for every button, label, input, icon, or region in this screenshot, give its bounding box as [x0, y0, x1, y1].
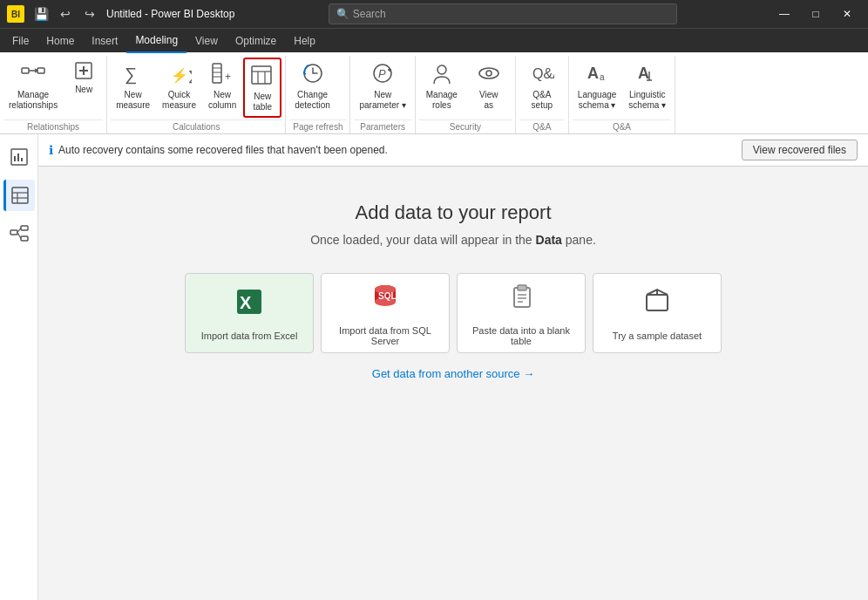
canvas-subtitle-bold: Data — [536, 233, 562, 247]
maximize-button[interactable]: □ — [802, 0, 830, 28]
canvas: Add data to your report Once loaded, you… — [38, 167, 868, 600]
menu-home[interactable]: Home — [37, 29, 83, 53]
app-icon: BI — [7, 5, 24, 23]
sample-card-label: Try a sample dataset — [613, 331, 702, 341]
search-box[interactable]: 🔍 — [329, 3, 677, 24]
info-icon: ℹ — [49, 143, 53, 157]
qa-group-label: Q&A — [519, 119, 565, 133]
canvas-subtitle-end: pane. — [566, 233, 596, 247]
language-schema-icon: A a — [585, 61, 609, 88]
new-icon — [74, 61, 93, 83]
svg-text:X: X — [240, 293, 252, 312]
window-controls: — □ ✕ — [770, 0, 861, 28]
content-area: ℹ Auto recovery contains some recovered … — [38, 134, 868, 600]
manage-roles-button[interactable]: Manageroles — [419, 58, 465, 114]
menu-help[interactable]: Help — [285, 29, 324, 53]
language-schema-label: Languageschema ▾ — [578, 90, 617, 111]
qa-setup-label: Q&Asetup — [532, 90, 553, 111]
sql-icon: SQL — [370, 281, 401, 318]
ribbon-group-page-refresh-items: Changedetection — [289, 56, 346, 119]
quick-measure-icon: ⚡∑ — [167, 61, 192, 88]
import-excel-card[interactable]: X Import data from Excel — [185, 273, 314, 353]
main-area: ℹ Auto recovery contains some recovered … — [0, 134, 868, 600]
svg-text:A: A — [587, 65, 599, 82]
ribbon-group-parameters-items: P Newparameter ▾ — [354, 56, 410, 119]
search-input[interactable] — [353, 8, 669, 20]
relationships-group-label: Relationships — [3, 119, 103, 133]
manage-relationships-icon — [21, 61, 45, 88]
linguistic-schema-label: Linguisticschema ▾ — [628, 90, 666, 111]
paste-card-label: Paste data into a blank table — [466, 325, 576, 346]
ribbon-group-calculations-items: ∑ Newmeasure ⚡∑ Quickmeasure — [111, 56, 281, 119]
svg-rect-1 — [37, 68, 44, 73]
change-detection-button[interactable]: Changedetection — [289, 58, 336, 114]
paste-data-card[interactable]: Paste data into a blank table — [457, 273, 586, 353]
page-refresh-group-label: Page refresh — [289, 119, 346, 133]
svg-text:SQL: SQL — [378, 291, 397, 301]
new-parameter-label: Newparameter ▾ — [359, 90, 405, 111]
menu-optimize[interactable]: Optimize — [227, 29, 285, 53]
redo-button[interactable]: ↪ — [80, 4, 99, 24]
svg-rect-35 — [12, 188, 28, 203]
import-sql-card[interactable]: SQL Import data from SQL Server — [321, 273, 450, 353]
svg-rect-52 — [518, 285, 526, 290]
svg-rect-56 — [647, 295, 668, 310]
ribbon-group-language: A a Languageschema ▾ A Linguisticschema … — [569, 56, 675, 133]
get-data-link[interactable]: Get data from another source → — [372, 367, 534, 380]
recovery-bar: ℹ Auto recovery contains some recovered … — [38, 134, 868, 167]
svg-text:Q&A: Q&A — [532, 66, 554, 81]
menu-view[interactable]: View — [186, 29, 227, 53]
view-as-button[interactable]: Viewas — [466, 58, 512, 114]
language-schema-button[interactable]: A a Languageschema ▾ — [573, 58, 622, 114]
new-button[interactable]: New — [64, 58, 103, 99]
quick-measure-button[interactable]: ⚡∑ Quickmeasure — [157, 58, 201, 114]
new-measure-icon: ∑ — [121, 61, 146, 88]
data-source-cards: X Import data from Excel SQL — [185, 273, 722, 353]
linguistic-schema-button[interactable]: A Linguisticschema ▾ — [623, 58, 671, 114]
ribbon-group-qa-setup-items: Q&A Q&Asetup — [519, 56, 565, 119]
qa-setup-button[interactable]: Q&A Q&Asetup — [519, 58, 565, 114]
svg-point-24 — [437, 65, 446, 74]
save-button[interactable]: 💾 — [31, 4, 51, 24]
sidebar-report-icon[interactable] — [3, 141, 35, 173]
view-recovered-button[interactable]: View recovered files — [742, 140, 858, 160]
security-group-label: Security — [419, 119, 512, 133]
svg-text:a: a — [600, 72, 605, 82]
qa-setup-icon: Q&A — [530, 61, 554, 88]
svg-rect-39 — [10, 230, 17, 235]
svg-text:P: P — [378, 67, 386, 80]
new-parameter-button[interactable]: P Newparameter ▾ — [354, 58, 410, 114]
ribbon-group-page-refresh: Changedetection Page refresh — [286, 56, 350, 133]
sample-dataset-card[interactable]: Try a sample dataset — [593, 273, 722, 353]
sidebar-data-icon[interactable] — [3, 180, 35, 211]
undo-button[interactable]: ↩ — [56, 4, 75, 24]
svg-point-26 — [486, 71, 492, 76]
svg-rect-0 — [22, 68, 29, 73]
manage-relationships-button[interactable]: Managerelationships — [3, 58, 63, 114]
ribbon-group-relationships-items: Managerelationships New — [3, 56, 103, 119]
new-measure-label: Newmeasure — [116, 90, 150, 111]
ribbon: Managerelationships New Relationships — [0, 52, 868, 134]
new-table-button[interactable]: Newtable — [243, 58, 281, 118]
change-detection-label: Changedetection — [295, 90, 330, 111]
new-measure-button[interactable]: ∑ Newmeasure — [111, 58, 155, 114]
menu-file[interactable]: File — [3, 29, 37, 53]
sidebar-model-icon[interactable] — [3, 218, 35, 249]
new-column-button[interactable]: + Newcolumn — [203, 58, 241, 114]
menu-insert[interactable]: Insert — [83, 29, 126, 53]
title-bar: BI 💾 ↩ ↪ Untitled - Power BI Desktop 🔍 —… — [0, 0, 868, 28]
ribbon-group-language-items: A a Languageschema ▾ A Linguisticschema … — [573, 56, 671, 119]
svg-line-42 — [17, 228, 21, 233]
menu-modeling[interactable]: Modeling — [126, 29, 186, 53]
minimize-button[interactable]: — — [770, 0, 798, 28]
close-button[interactable]: ✕ — [833, 0, 861, 28]
calculations-group-label: Calculations — [111, 119, 281, 133]
view-as-icon — [477, 61, 501, 88]
language-group-label: Q&A — [573, 119, 671, 133]
new-table-label: Newtable — [253, 92, 272, 112]
svg-text:+: + — [225, 71, 231, 83]
ribbon-group-security: Manageroles Viewas Security — [416, 56, 516, 133]
sql-card-label: Import data from SQL Server — [330, 325, 440, 346]
parameters-group-label: Parameters — [354, 119, 410, 133]
svg-rect-15 — [252, 66, 271, 84]
